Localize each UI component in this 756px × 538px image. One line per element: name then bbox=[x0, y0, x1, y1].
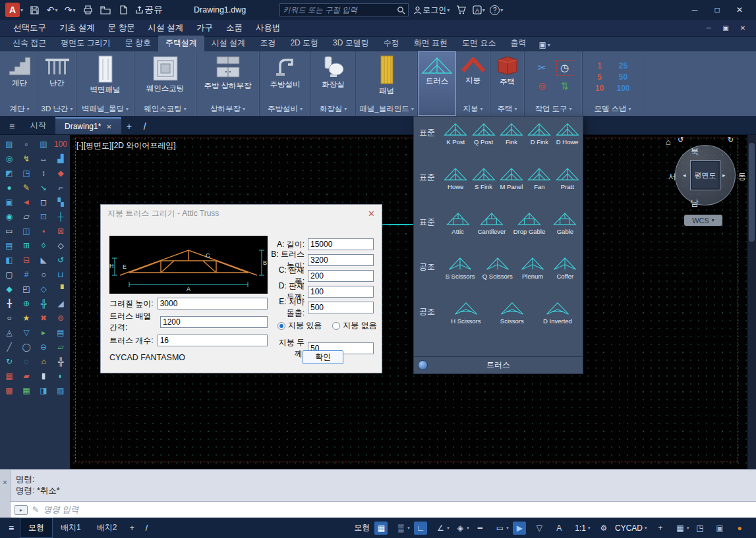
dialog-close-icon[interactable]: ✕ bbox=[368, 209, 375, 219]
truss-type-button[interactable]: D Fink bbox=[527, 122, 552, 161]
cad-tool-icon[interactable]: ◰ bbox=[18, 282, 34, 296]
doc-minimize-button[interactable]: ─ bbox=[701, 22, 716, 34]
new-drawing-button[interactable] bbox=[117, 2, 130, 18]
cad-tool-icon[interactable]: ▸ bbox=[36, 325, 51, 339]
cad-tool-icon[interactable]: ▝ bbox=[53, 282, 69, 296]
field-input[interactable] bbox=[308, 286, 374, 298]
panel-label-stairs[interactable]: 계단▾ bbox=[1, 101, 38, 116]
cad-tool-icon[interactable]: ◇ bbox=[36, 282, 51, 296]
chevron-down-icon[interactable]: ▾ bbox=[407, 525, 412, 531]
snap-increment-button[interactable]: 10 bbox=[591, 84, 608, 93]
cad-tool-icon[interactable]: ✎ bbox=[18, 180, 34, 194]
menu-item[interactable]: 가구 bbox=[190, 20, 219, 36]
maximize-button[interactable]: □ bbox=[706, 1, 728, 18]
ribbon-tab[interactable]: 도면 요소 bbox=[455, 36, 503, 51]
rotate-face-right-icon[interactable]: ▸ bbox=[722, 172, 726, 178]
status-toggle-button[interactable]: ◳ bbox=[693, 522, 711, 535]
cad-tool-icon[interactable]: ◢ bbox=[53, 296, 69, 310]
wainscoting-tool-button[interactable]: 웨인스코팅 bbox=[134, 51, 196, 101]
annotation-scale-button[interactable]: 1:1 ▾ bbox=[572, 524, 595, 533]
panel-label-truss[interactable] bbox=[419, 101, 455, 115]
menu-item[interactable]: 시설 설계 bbox=[141, 20, 189, 36]
cad-tool-icon[interactable]: ◻ bbox=[36, 195, 51, 209]
cad-tool-icon[interactable]: ⊖ bbox=[36, 340, 51, 354]
cad-tool-icon[interactable]: ╋ bbox=[1, 296, 17, 310]
cad-tool-icon[interactable]: ╬ bbox=[53, 354, 69, 368]
cad-tool-icon[interactable]: ↔ bbox=[36, 151, 51, 165]
ribbon-tab[interactable]: 화면 표현 bbox=[407, 36, 455, 51]
status-toggle-button[interactable]: ▦ ▾ bbox=[674, 522, 691, 535]
cad-tool-icon[interactable]: ▦ bbox=[1, 369, 17, 383]
undo-button[interactable]: ↶▾ bbox=[45, 2, 59, 18]
cad-tool-icon[interactable]: ⊠ bbox=[53, 224, 69, 238]
field-input[interactable] bbox=[308, 238, 374, 250]
roof-on-radio[interactable]: 지붕 있음 bbox=[277, 320, 322, 331]
dialog-titlebar[interactable]: 지붕 트러스 그리기 - Attic Truss ✕ bbox=[101, 205, 382, 223]
doc-restore-button[interactable]: ▣ bbox=[718, 22, 734, 34]
minimize-button[interactable]: ─ bbox=[683, 1, 706, 18]
cad-tool-icon[interactable]: ▪ bbox=[36, 224, 51, 238]
panel-label-model-snap[interactable]: 모델 스냅▾ bbox=[583, 101, 643, 116]
wall-panel-tool-button[interactable]: 벽면패널 bbox=[76, 51, 134, 101]
cad-tool-icon[interactable]: ▫ bbox=[18, 137, 34, 151]
new-layout-button[interactable]: + bbox=[125, 524, 139, 533]
status-toggle-button[interactable]: ◈ ▾ bbox=[453, 522, 471, 535]
bathroom-tool-button[interactable]: 화장실 bbox=[311, 51, 355, 101]
kitchen-cabinet-tool-button[interactable]: 주방 상하부장 bbox=[196, 51, 259, 101]
cad-tool-icon[interactable]: ★ bbox=[18, 311, 34, 325]
menu-item[interactable]: 소품 bbox=[219, 20, 249, 36]
field-input[interactable] bbox=[308, 302, 374, 313]
cad-tool-icon[interactable]: ▩ bbox=[1, 383, 17, 397]
wcs-button[interactable]: WCS ▾ bbox=[684, 215, 722, 226]
new-tab-button[interactable]: + bbox=[121, 119, 137, 134]
cad-tool-icon[interactable]: ▣ bbox=[1, 195, 17, 209]
cad-tool-icon[interactable]: ╬ bbox=[36, 296, 51, 310]
close-command-icon[interactable]: ✕ bbox=[3, 479, 8, 486]
close-button[interactable]: ✕ bbox=[728, 1, 751, 18]
cad-tool-icon[interactable]: 100 bbox=[53, 137, 69, 151]
cad-tool-icon[interactable]: ◧ bbox=[1, 253, 17, 267]
ribbon-tab[interactable]: 평면도 그리기 bbox=[53, 36, 117, 51]
truss-type-button[interactable]: Plenum bbox=[520, 256, 545, 296]
status-toggle-button[interactable]: ∠ ▾ bbox=[434, 522, 451, 535]
snap-increment-button[interactable]: 25 bbox=[612, 61, 635, 70]
swap-arrows-icon[interactable]: ⇅ bbox=[556, 78, 573, 94]
field-input[interactable] bbox=[160, 316, 268, 328]
ribbon-tab[interactable]: 2D 도형 bbox=[283, 36, 326, 51]
open-button[interactable] bbox=[99, 2, 112, 18]
menu-item[interactable]: 사용법 bbox=[249, 20, 287, 36]
model-tab[interactable]: 모형 bbox=[20, 518, 53, 538]
chevron-down-icon[interactable]: ▾ bbox=[447, 525, 451, 531]
rotate-right-icon[interactable]: ↻ bbox=[728, 136, 734, 144]
field-input[interactable] bbox=[158, 298, 268, 309]
layout2-tab[interactable]: 배치2 bbox=[89, 518, 125, 537]
cad-tool-icon[interactable]: ▟ bbox=[53, 151, 69, 165]
ribbon-tab[interactable]: 출력 bbox=[503, 36, 533, 51]
menu-item[interactable]: 문 창문 bbox=[101, 20, 141, 36]
cad-tool-icon[interactable]: ╱ bbox=[1, 340, 17, 354]
cad-tool-icon[interactable]: ◩ bbox=[1, 166, 17, 180]
truss-type-button[interactable]: Howe bbox=[443, 167, 468, 206]
save-button[interactable] bbox=[28, 2, 41, 18]
cad-tool-icon[interactable]: ▨ bbox=[53, 383, 69, 397]
truss-type-button[interactable]: Coffer bbox=[552, 256, 577, 296]
cad-tool-icon[interactable]: ◣ bbox=[36, 253, 51, 267]
search-icon[interactable] bbox=[397, 6, 405, 14]
truss-type-button[interactable]: H Scissors bbox=[451, 301, 480, 340]
home-icon[interactable]: ⌂ bbox=[666, 137, 671, 147]
ribbon-tab-active[interactable]: 주택설계 bbox=[158, 36, 204, 51]
ribbon-tab[interactable]: 3D 모델링 bbox=[326, 36, 376, 51]
truss-type-button[interactable]: K Post bbox=[443, 122, 468, 161]
cad-tool-icon[interactable]: ⌂ bbox=[36, 354, 51, 368]
share-button[interactable]: 공유 bbox=[134, 2, 163, 18]
cad-tool-icon[interactable]: ▚ bbox=[53, 195, 69, 209]
clock-icon[interactable]: ◷ bbox=[556, 60, 573, 76]
cad-tool-icon[interactable]: ⊔ bbox=[53, 267, 69, 281]
store-cart-button[interactable] bbox=[454, 2, 467, 18]
cad-tool-icon[interactable]: ◉ bbox=[1, 209, 17, 223]
field-input[interactable] bbox=[158, 335, 268, 346]
railing-tool-button[interactable]: 난간 bbox=[38, 51, 76, 101]
rotate-left-icon[interactable]: ↺ bbox=[678, 136, 683, 144]
truss-type-button[interactable]: D Inverted bbox=[543, 301, 572, 340]
cad-tool-icon[interactable]: ▤ bbox=[53, 325, 69, 339]
